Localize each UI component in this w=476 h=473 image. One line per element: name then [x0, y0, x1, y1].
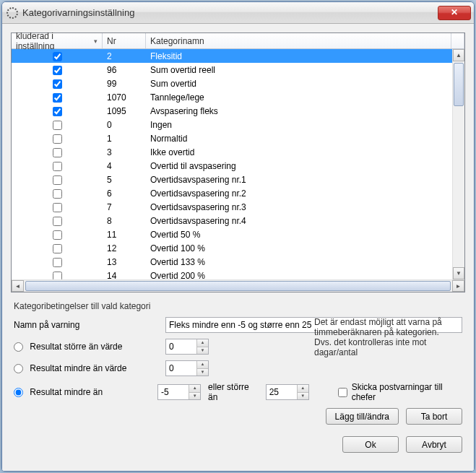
form-area: Namn på varning Resultat större än värde…: [11, 317, 465, 425]
row-nr: 14: [103, 271, 146, 280]
row-checkbox-cell: [12, 133, 103, 143]
row-checkbox[interactable]: [53, 66, 62, 75]
table-row[interactable]: 1070Tannlege/lege: [12, 90, 452, 104]
row-checkbox[interactable]: [53, 162, 62, 171]
radio-greater[interactable]: [14, 342, 23, 352]
row-checkbox[interactable]: [53, 148, 62, 157]
header-name[interactable]: Kategorinamn: [146, 33, 451, 48]
row-checkbox[interactable]: [53, 189, 62, 199]
row-checkbox[interactable]: [53, 203, 62, 212]
radio-greater-label[interactable]: Resultat större än värde: [14, 342, 165, 352]
scroll-thumb-v[interactable]: [454, 63, 464, 106]
row-name: Overtidsavspasering nr.1: [146, 175, 452, 185]
table-row[interactable]: 11Overtid 50 %: [12, 227, 452, 241]
horizontal-scrollbar[interactable]: ◄ ►: [12, 279, 464, 292]
range-low-input[interactable]: [158, 385, 189, 399]
row-name: Overtid til avspasering: [146, 161, 452, 171]
scroll-track-v[interactable]: [453, 61, 464, 267]
row-nr: 12: [103, 243, 146, 253]
less-value-input[interactable]: [166, 361, 196, 376]
table-row[interactable]: 8Overtidsavspasering nr.4: [12, 214, 452, 227]
header-nr[interactable]: Nr: [103, 33, 146, 48]
scroll-right-icon[interactable]: ►: [452, 280, 464, 292]
radio-less-label[interactable]: Resultat mindre än värde: [14, 363, 165, 373]
row-checkbox[interactable]: [53, 121, 62, 130]
table-row[interactable]: 1Normaltid: [12, 131, 452, 145]
close-button[interactable]: ✕: [438, 6, 471, 20]
range-high-spinner[interactable]: ▲▼: [266, 384, 309, 400]
less-value-spinner[interactable]: ▲▼: [165, 360, 209, 376]
spin-up-icon[interactable]: ▲: [196, 361, 208, 369]
send-mail-checkbox[interactable]: [338, 388, 347, 397]
row-name: Normaltid: [146, 134, 452, 144]
row-name: Overtidsavspasering nr.3: [146, 202, 452, 212]
row-checkbox[interactable]: [53, 93, 62, 103]
grid-rows: 2Fleksitid96Sum overtid reell99Sum overt…: [12, 49, 452, 279]
spin-up-icon[interactable]: ▲: [196, 339, 208, 347]
range-high-input[interactable]: [267, 385, 297, 399]
row-nr: 5: [103, 175, 146, 185]
row-checkbox[interactable]: [53, 79, 62, 89]
table-row[interactable]: 1095Avspasering fleks: [12, 104, 452, 118]
greater-value-input[interactable]: [166, 339, 196, 354]
radio-range-label[interactable]: Resultat mindre än: [14, 387, 157, 397]
grid-header: kluderad i inställning Nr Kategorinamn: [12, 33, 464, 49]
radio-range[interactable]: [14, 388, 23, 397]
scroll-track-h[interactable]: [24, 280, 452, 292]
table-row[interactable]: 13Overtid 133 %: [12, 255, 452, 269]
spin-down-icon[interactable]: ▼: [189, 393, 200, 400]
table-row[interactable]: 99Sum overtid: [12, 77, 452, 90]
row-checkbox-cell: [12, 92, 103, 102]
row-nr: 11: [103, 230, 146, 240]
row-checkbox[interactable]: [53, 230, 62, 240]
titlebar[interactable]: Kategorivarningsinställning ✕: [2, 2, 474, 24]
remove-button[interactable]: Ta bort: [406, 408, 462, 425]
row-nr: 6: [103, 188, 146, 199]
add-change-button[interactable]: Lägg till/ändra: [326, 408, 399, 425]
row-checkbox[interactable]: [53, 244, 62, 253]
row-checkbox[interactable]: [53, 272, 62, 279]
radio-less[interactable]: [14, 364, 23, 373]
row-nr: 3: [103, 147, 146, 157]
header-included[interactable]: kluderad i inställning: [12, 33, 103, 48]
row-checkbox[interactable]: [53, 107, 62, 116]
row-checkbox[interactable]: [53, 175, 62, 185]
row-name: Ikke overtid: [146, 147, 452, 157]
table-row[interactable]: 5Overtidsavspasering nr.1: [12, 173, 452, 186]
table-row[interactable]: 0Ingen: [12, 118, 452, 131]
warning-name-label: Namn på varning: [14, 320, 165, 330]
greater-value-spinner[interactable]: ▲▼: [165, 339, 209, 355]
row-checkbox-cell: [12, 147, 103, 157]
vertical-scrollbar[interactable]: ▲ ▼: [452, 49, 464, 279]
scroll-up-icon[interactable]: ▲: [453, 49, 464, 61]
table-row[interactable]: 12Overtid 100 %: [12, 241, 452, 255]
row-name: Overtidsavspasering nr.4: [146, 216, 452, 226]
spin-down-icon[interactable]: ▼: [196, 347, 208, 355]
row-name: Overtidsavspasering nr.2: [146, 188, 452, 199]
row-checkbox[interactable]: [53, 258, 62, 267]
cancel-button[interactable]: Avbryt: [406, 436, 462, 453]
row-checkbox[interactable]: [53, 52, 62, 61]
scroll-thumb-h[interactable]: [25, 281, 451, 291]
row-checkbox[interactable]: [53, 217, 62, 226]
table-row[interactable]: 7Overtidsavspasering nr.3: [12, 200, 452, 214]
spin-down-icon[interactable]: ▼: [297, 393, 308, 400]
table-row[interactable]: 96Sum overtid reell: [12, 63, 452, 77]
spin-down-icon[interactable]: ▼: [196, 369, 208, 376]
ok-button[interactable]: Ok: [342, 436, 399, 453]
scroll-down-icon[interactable]: ▼: [453, 267, 464, 279]
row-checkbox[interactable]: [53, 134, 62, 144]
send-mail-label[interactable]: Skicka postvarningar till chefer: [338, 382, 462, 402]
table-row[interactable]: 6Overtidsavspasering nr.2: [12, 186, 452, 200]
row-checkbox-cell: [12, 105, 103, 116]
section-title: Kategoribetingelser till vald kategori: [14, 301, 465, 311]
table-row[interactable]: 3Ikke overtid: [12, 145, 452, 159]
spin-up-icon[interactable]: ▲: [297, 385, 308, 393]
scroll-left-icon[interactable]: ◄: [12, 280, 24, 292]
table-row[interactable]: 2Fleksitid: [12, 49, 452, 63]
table-row[interactable]: 14Overtid 200 %: [12, 269, 452, 279]
range-low-spinner[interactable]: ▲▼: [157, 384, 201, 400]
row-name: Fleksitid: [146, 51, 452, 61]
table-row[interactable]: 4Overtid til avspasering: [12, 159, 452, 173]
spin-up-icon[interactable]: ▲: [189, 385, 200, 393]
